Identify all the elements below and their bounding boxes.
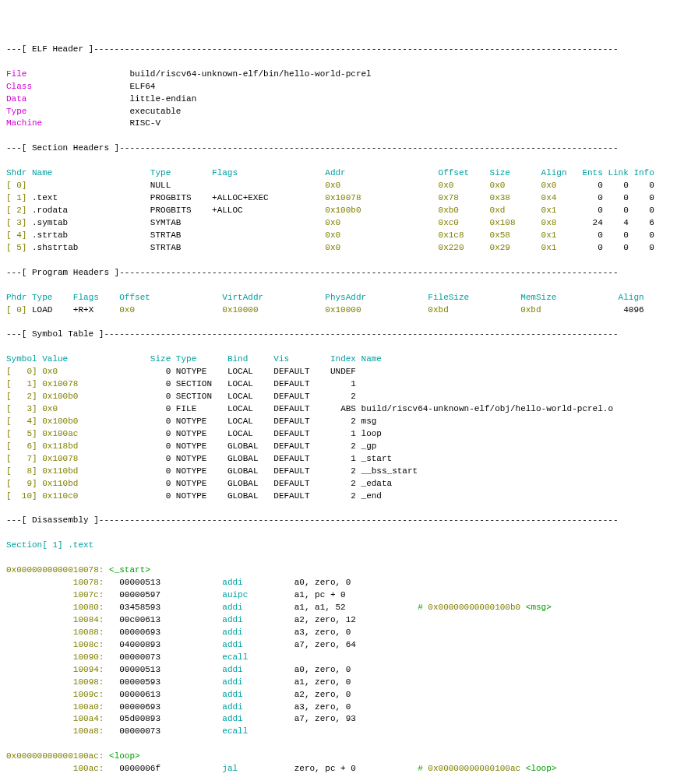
elf-dump: ---[ ELF Header ]-----------------------… bbox=[6, 44, 671, 784]
